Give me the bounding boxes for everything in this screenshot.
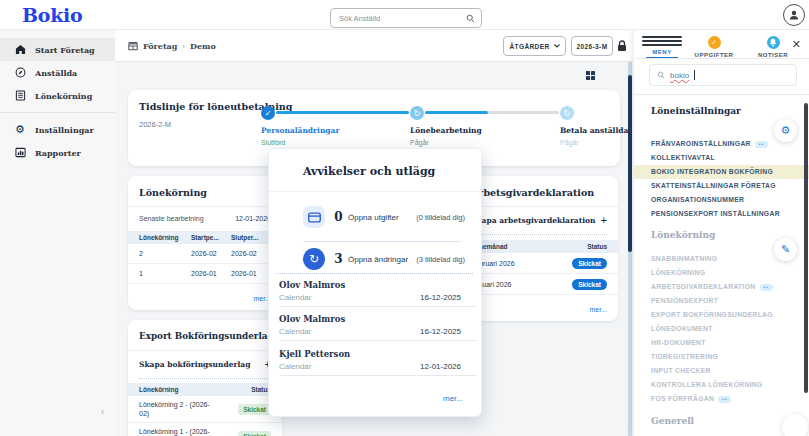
sidebar-item-start-foretag[interactable]: Start Företag [0,38,115,61]
divider [269,191,481,192]
panel-item-input-checker[interactable]: INPUT CHECKER [634,364,809,378]
payroll-row[interactable]: 1 2026-01 2026-01 [128,264,282,284]
sidebar-item-installningar[interactable]: ⚙ Inställningar [0,118,115,141]
timeline-step-3-label[interactable]: Betala anställda [560,126,628,135]
export-row[interactable]: Lönekörning 2 - (2026-02) Skickat [128,396,282,423]
user-avatar[interactable] [783,4,805,26]
sync-icon: ↻ [303,248,325,270]
entry-name[interactable]: Kjell Petterson [279,349,350,359]
panel-item-bokio-integration-bokforing[interactable]: BOKIO INTEGRATION BOKFÖRING [634,165,809,179]
close-icon[interactable]: ✕ [792,38,801,51]
divider [634,94,809,95]
top-bar: Bokio [0,0,809,30]
add-declaration-button[interactable]: + [601,215,607,226]
open-expenses-row[interactable]: 0 Öppna utgifter (0 tilldelad dig) [303,205,465,229]
panel-item-export-bokforingsunderlag[interactable]: EXPORT BOKFÖRINGSUNDERLAG [634,308,809,322]
entry-name[interactable]: Olov Malmros [279,280,345,290]
panel-item-tidregistrering[interactable]: TIDREGISTRERING [634,350,809,364]
timeline-segment-pending [488,111,559,114]
declaration-row[interactable]: Januari 2026 Skickat [460,274,618,295]
payroll-row[interactable]: 2 2026-02 2026-02 [128,244,282,264]
panel-scrollbar-thumb[interactable] [804,103,808,393]
tab-uppgifter[interactable]: ✓ UPPGIFTER [692,36,736,58]
employee-search-input[interactable] [339,14,466,23]
panel-item-skatteinstallningar-foretag[interactable]: SKATTEINSTÄLLNINGAR FÖRETAG [634,179,809,193]
layout-grid-icon[interactable] [586,71,595,80]
tab-notiser[interactable]: NOTISER [752,36,794,58]
panel-item-organisationsnummer[interactable]: ORGANISATIONSNUMMER [634,193,809,207]
panel-search[interactable]: bokio [649,64,797,86]
dotted-divider [471,234,607,235]
last-processed-value: 12-01-2026 [235,215,271,222]
panel-item-lonekorning[interactable]: LÖNEKÖRNING [634,266,809,280]
changes-label: Öppna ändringar [348,255,408,264]
popover-more-link[interactable]: mer... [443,394,463,403]
employees-icon [14,67,26,78]
panel-item-kontrollera-lonekorning[interactable]: KONTROLLERA LÖNEKÖRNING [634,378,809,392]
partial-fab[interactable] [782,414,808,436]
tasks-check-icon: ✓ [708,36,721,49]
period-button[interactable]: 2026-3-M [571,36,613,56]
sidebar-item-lonekorning[interactable]: Lönekörning [0,84,115,107]
panel-item-pensionsexport[interactable]: PENSIONSEXPORT [634,294,809,308]
export-card: Export Bokföringsunderlag Skapa bokförin… [128,320,282,436]
section-title-generell: Generell [651,416,694,426]
payroll-doc-icon [14,90,26,101]
export-row-name: Lönekörning 1 - (2026-01) [139,427,211,436]
create-declaration-row: Skapa arbetsgivardeklaration + [471,215,607,226]
timeline-step-1-node[interactable]: ✓ [261,106,275,120]
timeline-step-2-node[interactable]: ↻ [410,106,424,120]
declaration-more-link[interactable]: mer... [589,306,607,313]
panel-item-pensionsexport-installningar[interactable]: PENSIONSEXPORT INSTÄLLNINGAR [634,207,809,221]
entry-name[interactable]: Olov Malmros [279,314,345,324]
entry-date: 16-12-2025 [420,293,461,302]
entry-type: Calendar [279,293,311,302]
actions-label: ÅTGÄRDER [509,43,549,50]
panel-item-fos-forfragan[interactable]: FOS FÖRFRÅGAN•• [634,392,809,406]
col-header: Lönekörning [139,386,178,393]
panel-item-kollektivavtal[interactable]: KOLLEKTIVAVTAL [634,151,809,165]
cell: 2 [128,250,191,257]
employee-search[interactable] [330,8,482,28]
open-changes-row[interactable]: ↻ 3 Öppna ändringar (3 tilldelad dig) [303,247,465,271]
person-icon [788,9,800,21]
panel-item-arbetsgivardeklaration[interactable]: ARBETSGIVARDEKLARATION•• [634,280,809,294]
cell: 2026-01 [231,270,257,277]
cell: 2026-02 [231,250,257,257]
bokio-logo[interactable]: Bokio [22,4,82,26]
timeline-step-2-label[interactable]: Lönebearbetning [410,126,482,135]
settings-gear-fab[interactable]: ⚙ [774,119,797,142]
panel-item-lonedokument[interactable]: LÖNEDOKUMENT [634,322,809,336]
lock-icon[interactable] [617,40,627,52]
period-label: 2026-3-M [576,43,607,50]
export-card-title: Export Bokföringsunderlag [139,331,274,341]
actions-dropdown-button[interactable]: ÅTGÄRDER [503,36,566,56]
edit-fab[interactable]: ✎ [774,238,797,261]
panel-item-hr-dokument[interactable]: HR-DOKUMENT [634,336,809,350]
breadcrumb-section[interactable]: Företag [143,41,177,51]
divider [634,58,809,59]
timeline-step-3-node[interactable]: ↻ [560,106,574,120]
sidebar-item-rapporter[interactable]: Rapporter [0,141,115,164]
export-row[interactable]: Lönekörning 1 - (2026-01) Skickat [128,423,282,436]
timeline-step-2-status: Pågår [410,139,429,146]
popover-title: Avvikelser och utlägg [303,165,435,178]
sidebar-item-anstallda[interactable]: Anställda [0,61,115,84]
collapse-sidebar-chevron[interactable]: ‹ [101,407,104,417]
badge: •• [718,396,731,403]
right-drawer: MENY ✓ UPPGIFTER NOTISER ✕ bokio Löneins… [633,30,809,436]
expenses-count: 0 [332,210,345,224]
panel-search-value: bokio [670,71,689,80]
main-scrollbar-thumb[interactable] [628,75,632,252]
sidebar-item-label: Anställda [35,68,77,78]
declaration-row[interactable]: Februari 2026 Skickat [460,253,618,274]
chevron-down-icon [554,44,560,48]
status-badge: Skickat [572,279,607,290]
main-scrollbar[interactable] [628,62,632,436]
timeline-step-1-label[interactable]: Personaländringar [261,126,339,135]
divider [303,241,461,242]
payroll-card: Lönekörning Senaste bearbetning 12-01-20… [128,176,282,310]
tab-meny[interactable]: MENY [642,36,682,55]
cell: 2026-01 [191,270,231,277]
entry-sub-row: Calendar 12-01-2026 [279,362,461,371]
